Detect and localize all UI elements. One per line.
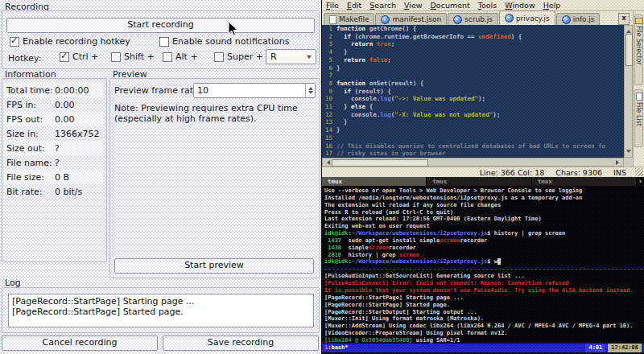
tab-label: Makefile: [339, 15, 369, 23]
code-line: 14}: [322, 126, 624, 134]
menu-file[interactable]: File: [322, 0, 343, 10]
terminal-line: [Muxer::Init] Using format matroska (Mat…: [324, 315, 644, 323]
folder-icon: [635, 18, 643, 24]
menu-search[interactable]: Search: [365, 0, 400, 10]
info-row: FPS out:0.00: [4, 112, 103, 126]
vertical-scrollbar-thumb[interactable]: [625, 34, 633, 66]
terminal-tab-1[interactable]: tmux: [322, 177, 427, 186]
menu-tools[interactable]: Tools: [474, 0, 501, 10]
log-line: [PageRecord::StartPage] Started page.: [12, 307, 310, 317]
modifier-label: Alt +: [175, 51, 198, 62]
menu-mnemonic: S: [369, 1, 374, 10]
start-preview-button[interactable]: Start preview: [114, 258, 314, 274]
line-number: 6: [322, 64, 332, 72]
terminal-tab-2[interactable]: tmux: [427, 177, 531, 186]
editor-tab-Makefile[interactable]: Makefile: [324, 13, 374, 25]
hotkey-mod-alt[interactable]: Alt +: [163, 51, 214, 62]
menu-document[interactable]: Document: [427, 0, 474, 10]
scroll-down-icon[interactable]: [626, 150, 631, 155]
terminal-window: tmuxtmuxtmux› Use --verbose or open Tool…: [322, 177, 644, 354]
terminal-line: [VideoEncoder::PrepareStream] Using pixe…: [324, 330, 644, 337]
hotkey-modifiers: Ctrl +Shift +Alt +Super +: [60, 51, 266, 62]
preview-frame-rate-label: Preview frame rate:: [114, 85, 201, 96]
preview-frame-rate-value: 10: [194, 85, 305, 96]
resize-grip[interactable]: [635, 168, 643, 176]
line-number: 10: [322, 95, 332, 103]
info-value: 0.00: [55, 114, 75, 125]
preview-note-line1: Note: Previewing requires extra CPU time: [114, 103, 298, 113]
file-selector-label: File Selector: [635, 26, 642, 65]
terminal-line: Last extension reload: 17:28:56 GMT-0400…: [324, 216, 644, 223]
modifier-checkbox-box[interactable]: [111, 52, 121, 62]
status-mode: INS: [613, 168, 626, 177]
horizontal-scrollbar-thumb[interactable]: [332, 159, 428, 167]
menu-view[interactable]: View: [400, 0, 427, 10]
editor-tab-privacy.js[interactable]: privacy.js: [499, 10, 555, 25]
terminal-line: idk@idk:~/Workspace/webextensions/i2pset…: [324, 258, 644, 266]
modifier-checkbox-box[interactable]: [163, 52, 172, 62]
hotkey-mod-shift[interactable]: Shift +: [111, 51, 163, 62]
terminal-line: [libx264 @ 0x5634dab55480] using SAR=1/1: [324, 337, 644, 344]
log-line: [PageRecord::StartPage] Starting page ..…: [12, 296, 310, 307]
preview-frame-rate-spinbox[interactable]: 10: [193, 83, 316, 98]
file-selector-side-tab[interactable]: File Selector: [634, 14, 643, 85]
vertical-scrollbar[interactable]: [624, 25, 633, 158]
enable-hotkey-label: Enable recording hotkey: [23, 36, 130, 47]
line-number: 16: [322, 142, 332, 150]
terminal-line: The extension will reload if any source …: [324, 202, 644, 209]
enable-sound-checkbox-box[interactable]: [159, 37, 169, 47]
information-rows: Total time:0:00:00FPS in:0.00FPS out:0.0…: [4, 83, 103, 199]
mouse-cursor: [228, 21, 238, 36]
terminal-tab-3[interactable]: tmux: [532, 177, 637, 186]
editor-tab-info.js[interactable]: info.js: [556, 13, 601, 25]
start-recording-button[interactable]: Start recording: [6, 18, 315, 33]
enable-sound-checkbox[interactable]: Enable sound notifications: [159, 36, 289, 47]
chevron-down-icon: [307, 56, 312, 61]
tmux-pane-separator: [324, 266, 644, 273]
editor-tab-scrub.js[interactable]: scrub.js: [448, 13, 498, 25]
spin-up-icon[interactable]: [308, 84, 313, 90]
script-file-icon: [505, 14, 514, 23]
tmux-window-name[interactable]: :bash*: [328, 344, 348, 352]
spin-down-icon[interactable]: [308, 91, 313, 97]
info-label: File size:: [6, 172, 55, 183]
line-number: 4: [322, 48, 332, 56]
menu-help[interactable]: Help: [539, 0, 565, 10]
close-tab-button[interactable]: x: [618, 13, 630, 25]
menu-mnemonic: H: [543, 1, 549, 10]
save-recording-button[interactable]: Save recording: [163, 335, 319, 351]
code-line: 11 } else {: [322, 103, 624, 111]
terminal-line: 1437 sudo apt-get install simplescreenre…: [324, 237, 644, 245]
info-value: 0 B: [55, 172, 69, 183]
enable-sound-label: Enable sound notifications: [172, 36, 289, 47]
more-tabs-icon[interactable]: ›: [637, 177, 644, 186]
enable-hotkey-checkbox[interactable]: Enable recording hotkey: [10, 36, 130, 47]
code-line: 2 if (chrome.runtime.getBrowserInfo == u…: [322, 33, 624, 41]
terminal-body[interactable]: Use --verbose or open Tools > Web Develo…: [322, 186, 644, 344]
horizontal-scrollbar[interactable]: [322, 158, 624, 167]
info-label: FPS in:: [6, 100, 55, 110]
terminal-line: It is possible that your system doesn't …: [324, 287, 644, 294]
hotkey-mod-ctrl[interactable]: Ctrl +: [60, 51, 111, 62]
scroll-up-icon[interactable]: [626, 27, 631, 33]
info-value: 0 bit/s: [55, 187, 82, 197]
file-list-side-tab[interactable]: File List: [634, 89, 643, 147]
hotkey-mod-super[interactable]: Super +: [214, 51, 266, 62]
menu-window[interactable]: Window: [501, 0, 539, 10]
hotkey-key-dropdown[interactable]: R: [266, 49, 316, 64]
info-row: File size:0 B: [4, 170, 103, 184]
script-file-icon: [562, 15, 571, 24]
menu-mnemonic: D: [431, 1, 436, 10]
code-line: 12 console.log("-X: Value was not update…: [322, 111, 624, 119]
modifier-checkbox-box[interactable]: [60, 52, 69, 62]
enable-hotkey-checkbox-box[interactable]: [10, 37, 19, 47]
log-textarea[interactable]: [PageRecord::StartPage] Starting page ..…: [8, 294, 314, 327]
scroll-left-icon[interactable]: [324, 160, 330, 165]
editor-tab-manifest.json[interactable]: manifest.json: [375, 13, 447, 25]
code-area[interactable]: 1function getChrome() {2 if (chrome.runt…: [322, 25, 624, 158]
menu-edit[interactable]: Edit: [343, 0, 365, 10]
spinbox-arrows[interactable]: [305, 84, 315, 97]
modifier-checkbox-box[interactable]: [214, 52, 224, 62]
scroll-right-icon[interactable]: [616, 160, 621, 165]
cancel-recording-button[interactable]: Cancel recording: [2, 335, 158, 351]
